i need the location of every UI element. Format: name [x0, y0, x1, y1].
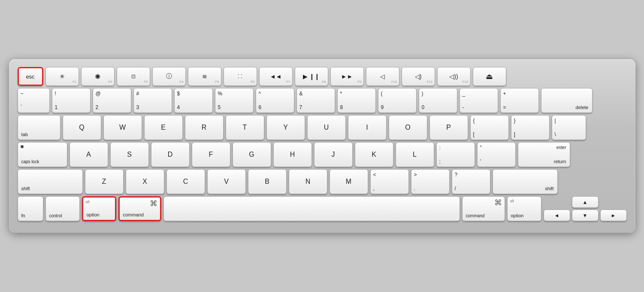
u-key[interactable]: U: [307, 115, 346, 140]
arrow-down-key[interactable]: ▼: [572, 210, 599, 221]
option-right-key[interactable]: alt option: [507, 196, 541, 221]
c-label: C: [183, 178, 188, 186]
1-key[interactable]: ! 1: [52, 88, 91, 113]
c-key[interactable]: C: [166, 169, 205, 194]
equals-key[interactable]: + =: [500, 88, 539, 113]
m-key[interactable]: M: [330, 169, 368, 194]
0-key[interactable]: ) 0: [419, 88, 457, 113]
6-label: 6: [259, 104, 262, 110]
2-key[interactable]: @ 2: [93, 88, 131, 113]
command-left-key[interactable]: ⌘ command: [118, 196, 161, 221]
s-key[interactable]: S: [110, 142, 149, 167]
f2-key[interactable]: ✺ F2: [81, 67, 115, 86]
arrow-lr-row: ◄ ▼ ►: [544, 210, 627, 221]
9-label: 9: [381, 104, 384, 110]
slash-key[interactable]: ? /: [452, 169, 490, 194]
semicolon-key[interactable]: : ;: [436, 142, 475, 167]
f7-key[interactable]: ◄◄ F7: [259, 67, 293, 86]
a-key[interactable]: A: [70, 142, 108, 167]
period-key[interactable]: > .: [411, 169, 450, 194]
underscore-label: _: [463, 91, 466, 97]
f-key[interactable]: F: [192, 142, 230, 167]
f12-fn-label: F12: [463, 80, 469, 84]
r-key[interactable]: R: [185, 115, 224, 140]
fn-label: fn: [21, 213, 25, 218]
space-key[interactable]: [163, 196, 460, 221]
h-key[interactable]: H: [273, 142, 312, 167]
tilde-key[interactable]: ~ `: [18, 88, 50, 113]
command-symbol-left: ⌘: [150, 199, 157, 208]
i-key[interactable]: I: [348, 115, 387, 140]
d-key[interactable]: D: [151, 142, 190, 167]
return-label: return: [554, 159, 566, 164]
shift-right-key[interactable]: shift: [493, 169, 558, 194]
0-label: 0: [422, 104, 425, 110]
f12-key[interactable]: ◁)) F12: [437, 67, 471, 86]
capslock-key[interactable]: caps lock: [18, 142, 67, 167]
gt-label: >: [414, 172, 417, 178]
l-key[interactable]: L: [396, 142, 434, 167]
f5-key[interactable]: ≋ F5: [188, 67, 221, 86]
command-right-key[interactable]: ⌘ command: [462, 196, 505, 221]
shift-left-key[interactable]: shift: [18, 169, 83, 194]
f7-icon: ◄◄: [270, 73, 282, 80]
u-label: U: [324, 124, 329, 131]
g-key[interactable]: G: [233, 142, 271, 167]
eject-key[interactable]: ⏏: [473, 67, 506, 86]
6-key[interactable]: ^ 6: [256, 88, 294, 113]
t-key[interactable]: T: [226, 115, 264, 140]
backslash-key[interactable]: | \: [552, 115, 586, 140]
arrow-up-key[interactable]: ▲: [572, 196, 599, 208]
z-key[interactable]: Z: [85, 169, 124, 194]
fn-key[interactable]: fn: [18, 196, 43, 221]
7-key[interactable]: & 7: [296, 88, 335, 113]
8-key[interactable]: * 8: [337, 88, 376, 113]
f5-fn-label: F5: [215, 80, 219, 84]
x-key[interactable]: X: [126, 169, 164, 194]
w-label: W: [119, 124, 126, 131]
y-key[interactable]: Y: [266, 115, 305, 140]
delete-key[interactable]: delete: [541, 88, 593, 113]
w-key[interactable]: W: [103, 115, 142, 140]
minus-key[interactable]: _ -: [460, 88, 498, 113]
tab-key[interactable]: tab: [18, 115, 60, 140]
enter-key[interactable]: enter return: [518, 142, 570, 167]
rcurly-label: }: [514, 118, 516, 124]
f9-key[interactable]: ►► F9: [330, 67, 364, 86]
p-key[interactable]: P: [429, 115, 468, 140]
q-key[interactable]: Q: [63, 115, 101, 140]
arrow-left-key[interactable]: ◄: [544, 210, 570, 221]
e-key[interactable]: E: [144, 115, 183, 140]
f6-key[interactable]: ⁚ ⁚ F6: [224, 67, 257, 86]
rbracket-key[interactable]: } ]: [511, 115, 550, 140]
5-key[interactable]: % 5: [215, 88, 254, 113]
3-key[interactable]: # 3: [133, 88, 172, 113]
b-key[interactable]: B: [248, 169, 287, 194]
option-left-key[interactable]: alt option: [82, 196, 116, 221]
9-key[interactable]: ( 9: [378, 88, 417, 113]
tab-label: tab: [21, 132, 28, 137]
f2-icon: ✺: [95, 73, 100, 81]
4-key[interactable]: $ 4: [174, 88, 213, 113]
f10-key[interactable]: ◁ F10: [366, 67, 399, 86]
quote-key[interactable]: " ': [477, 142, 516, 167]
lparen-label: (: [381, 91, 383, 97]
j-key[interactable]: J: [314, 142, 353, 167]
f11-key[interactable]: ◁) F11: [402, 67, 435, 86]
k-key[interactable]: K: [355, 142, 393, 167]
f3-key[interactable]: ⊡ F3: [117, 67, 150, 86]
f1-key[interactable]: ✳ F1: [45, 67, 79, 86]
n-key[interactable]: N: [289, 169, 327, 194]
command-left-label: command: [123, 212, 144, 217]
lbracket-key[interactable]: { [: [470, 115, 509, 140]
comma-key[interactable]: < ,: [370, 169, 409, 194]
v-key[interactable]: V: [207, 169, 246, 194]
shift-left-label: shift: [21, 186, 30, 191]
o-key[interactable]: O: [389, 115, 427, 140]
control-key[interactable]: control: [45, 196, 80, 221]
minus-label: -: [463, 104, 464, 110]
esc-key[interactable]: esc: [18, 67, 43, 86]
arrow-right-key[interactable]: ►: [600, 210, 627, 221]
f4-key[interactable]: ⓘ F4: [152, 67, 186, 86]
f8-key[interactable]: ▶ ❙❙ F8: [295, 67, 328, 86]
